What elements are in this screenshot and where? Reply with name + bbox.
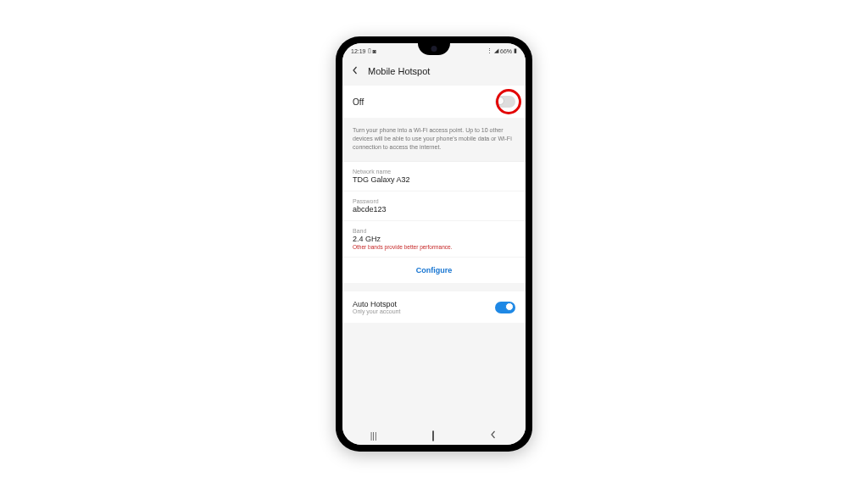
status-icon: ◙ [373, 48, 376, 54]
spacer [342, 283, 526, 291]
toggle-knob [505, 302, 514, 311]
field-label: Password [353, 198, 515, 204]
field-label: Band [353, 228, 515, 234]
hotspot-description: Turn your phone into a Wi-Fi access poin… [342, 118, 526, 161]
field-value: abcde123 [353, 205, 515, 214]
field-value: 2.4 GHz [353, 235, 515, 243]
page-title: Mobile Hotspot [368, 66, 430, 76]
screen: 12:19 ▯ ◙ ⋮ ◢ 66% ▮ Mobile Hotspot Off [342, 43, 526, 445]
field-label: Network name [353, 169, 515, 175]
field-value: TDG Galaxy A32 [353, 175, 515, 184]
back-button[interactable] [351, 65, 359, 77]
network-name-field[interactable]: Network name TDG Galaxy A32 [342, 162, 526, 191]
hotspot-info: Network name TDG Galaxy A32 Password abc… [342, 161, 526, 283]
hotspot-toggle-switch[interactable] [495, 96, 515, 108]
back-nav-button[interactable] [489, 430, 498, 441]
front-camera [431, 46, 437, 52]
status-icon: ▯ [368, 47, 371, 54]
password-field[interactable]: Password abcde123 [342, 191, 526, 221]
band-hint: Other bands provide better performance. [353, 244, 515, 250]
recents-button[interactable]: ||| [370, 431, 377, 441]
phone-frame: 12:19 ▯ ◙ ⋮ ◢ 66% ▮ Mobile Hotspot Off [336, 36, 532, 452]
auto-hotspot-toggle[interactable] [495, 302, 515, 313]
auto-hotspot-row[interactable]: Auto Hotspot Only your account [342, 291, 526, 323]
navigation-bar: ||| [342, 426, 526, 445]
battery-icon: ▮ [514, 47, 517, 54]
page-header: Mobile Hotspot [342, 58, 526, 86]
home-button[interactable] [432, 431, 434, 441]
hotspot-toggle-row[interactable]: Off [342, 86, 526, 118]
status-time: 12:19 [351, 48, 366, 54]
configure-button[interactable]: Configure [342, 258, 526, 283]
auto-hotspot-title: Auto Hotspot [353, 300, 400, 308]
band-field[interactable]: Band 2.4 GHz Other bands provide better … [342, 221, 526, 258]
signal-icon: ◢ [494, 47, 498, 54]
auto-hotspot-subtitle: Only your account [353, 308, 400, 314]
wifi-icon: ⋮ [487, 47, 492, 54]
hotspot-toggle-label: Off [353, 97, 364, 107]
battery-text: 66% [500, 48, 512, 54]
toggle-knob [496, 97, 504, 105]
